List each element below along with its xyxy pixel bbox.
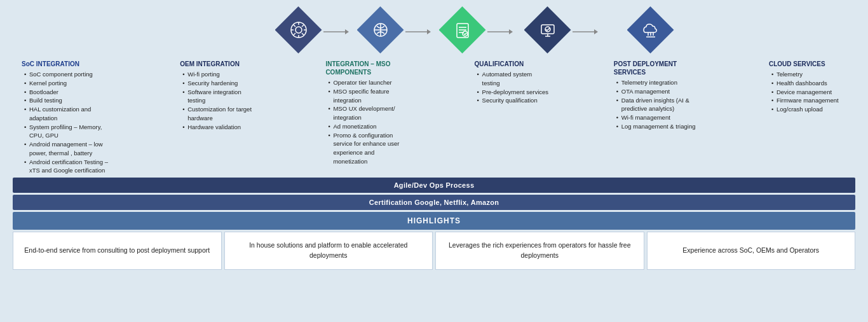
highlight-box-1: End-to-end service from consulting to po… <box>13 232 222 270</box>
oem-icon <box>275 6 322 53</box>
soc-title: SoC INTEGRATION <box>22 60 115 68</box>
soc-bullet-6: System profiling – Memory, CPU, GPU <box>24 123 115 141</box>
qualification-bullet-list: Automated system testing Pre-deployment … <box>475 70 549 105</box>
arrow-qual-to-post <box>487 27 513 36</box>
soc-bullet-list: SoC component porting Kernel porting Boo… <box>22 70 115 175</box>
post-bullet-2: OTA management <box>616 87 704 96</box>
arrow-oem-to-mso <box>323 27 349 36</box>
cloud-bullet-list: Telemetry Health dashboards Device manag… <box>769 70 846 114</box>
icons-connector-row <box>13 6 855 57</box>
qualification-col: QUALIFICATION Automated system testing P… <box>472 60 552 105</box>
soc-bullet-4: Build testing <box>24 96 115 105</box>
svg-marker-23 <box>509 29 513 34</box>
svg-line-9 <box>294 33 295 35</box>
certification-bar: Certification Google, Netflix, Amazon <box>13 195 855 210</box>
cloud-bullet-1: Telemetry <box>771 70 846 79</box>
mso-bullet-list: Operator tier launcher MSO specific feat… <box>325 78 409 166</box>
svg-line-8 <box>302 25 304 27</box>
cloud-services-icon <box>627 6 674 53</box>
svg-point-1 <box>295 27 302 33</box>
mso-bullet-3: MSO UX development/ integration <box>328 104 409 122</box>
mso-col: INTEGRATION – MSO COMPONENTS Operator ti… <box>323 60 412 166</box>
oem-bullet-2: Security hardening <box>182 79 261 88</box>
mso-bullet-5: Promo & configuration service for enhanc… <box>328 131 409 166</box>
highlight-boxes: End-to-end service from consulting to po… <box>13 232 855 270</box>
mso-bullet-4: Ad monetization <box>328 122 409 131</box>
post-icon-group <box>514 6 609 57</box>
arrow-post-to-cloud <box>573 27 598 36</box>
oem-bullet-list: Wi-fi porting Security hardening Softwar… <box>180 70 261 131</box>
arrow-mso-to-qual <box>405 27 431 36</box>
soc-bullet-2: Kernel porting <box>24 79 115 88</box>
highlight-box-3: Leverages the rich experiences from oper… <box>435 232 644 270</box>
qualification-icon <box>439 6 486 53</box>
post-bullet-5: Log management & triaging <box>616 122 704 131</box>
agile-bar: Agile/Dev Ops Process <box>13 178 855 193</box>
soc-bullet-5: HAL customization and adaptation <box>24 105 115 123</box>
main-container: SoC INTEGRATION SoC component porting Ke… <box>0 0 868 322</box>
cloud-title: CLOUD SERVICES <box>769 60 846 68</box>
oem-bullet-5: Hardware validation <box>182 123 261 132</box>
soc-integration-col: SoC INTEGRATION SoC component porting Ke… <box>19 60 118 175</box>
soc-bullet-7: Android management – low power, thermal … <box>24 140 115 158</box>
svg-marker-16 <box>427 29 431 34</box>
svg-marker-29 <box>594 29 598 34</box>
qual-icon-group <box>439 6 514 57</box>
oem-bullet-1: Wi-fi porting <box>182 70 261 79</box>
soc-bullet-3: Bootloader <box>24 88 115 97</box>
soc-bullet-1: SoC component porting <box>24 70 115 79</box>
cloud-bullet-3: Device management <box>771 88 846 97</box>
oem-bullet-4: Customization for target hardware <box>182 105 261 123</box>
post-deployment-col: POST DEPLOYMENT SERVICES Telemetry integ… <box>611 60 707 131</box>
oem-icon-group <box>275 6 350 57</box>
oem-integration-col: OEM INTEGRATION Wi-fi porting Security h… <box>177 60 263 131</box>
soc-bullet-8: Android certification Testing – xTS and … <box>24 158 115 176</box>
highlights-bar: HIGHLIGHTS <box>13 212 855 230</box>
qual-bullet-3: Security qualification <box>477 96 549 105</box>
qual-bullet-1: Automated system testing <box>477 70 549 88</box>
post-deployment-bullet-list: Telemetry integration OTA management Dat… <box>614 78 704 131</box>
highlight-box-4: Experience across SoC, OEMs and Operator… <box>647 232 856 270</box>
post-deployment-icon <box>524 6 571 53</box>
svg-line-7 <box>302 33 304 35</box>
cloud-bullet-5: Log/crash upload <box>771 105 846 114</box>
post-bullet-1: Telemetry integration <box>616 78 704 87</box>
svg-marker-11 <box>345 29 349 34</box>
mso-title: INTEGRATION – MSO COMPONENTS <box>325 60 409 76</box>
cloud-services-col: CLOUD SERVICES Telemetry Health dashboar… <box>766 60 849 114</box>
post-deployment-title: POST DEPLOYMENT SERVICES <box>614 60 704 76</box>
content-row: SoC INTEGRATION SoC component porting Ke… <box>13 60 855 175</box>
qualification-title: QUALIFICATION <box>475 60 549 68</box>
mso-bullet-2: MSO specific feature integration <box>328 87 409 105</box>
mso-icon <box>357 6 404 53</box>
bottom-bars: Agile/Dev Ops Process Certification Goog… <box>13 178 855 270</box>
cloud-bullet-4: Firmware management <box>771 96 846 105</box>
mso-icon-group <box>350 6 439 57</box>
post-bullet-3: Data driven insights (AI & predictive an… <box>616 96 704 114</box>
oem-bullet-3: Software integration testing <box>182 88 261 106</box>
qual-bullet-2: Pre-deployment services <box>477 88 549 97</box>
cloud-icon-group <box>609 6 692 57</box>
highlight-box-2: In house solutions and platform to enabl… <box>224 232 433 270</box>
mso-bullet-1: Operator tier launcher <box>328 78 409 87</box>
svg-line-6 <box>294 25 295 27</box>
cloud-bullet-2: Health dashboards <box>771 79 846 88</box>
post-bullet-4: Wi-fi management <box>616 113 704 122</box>
oem-title: OEM INTEGRATION <box>180 60 261 68</box>
